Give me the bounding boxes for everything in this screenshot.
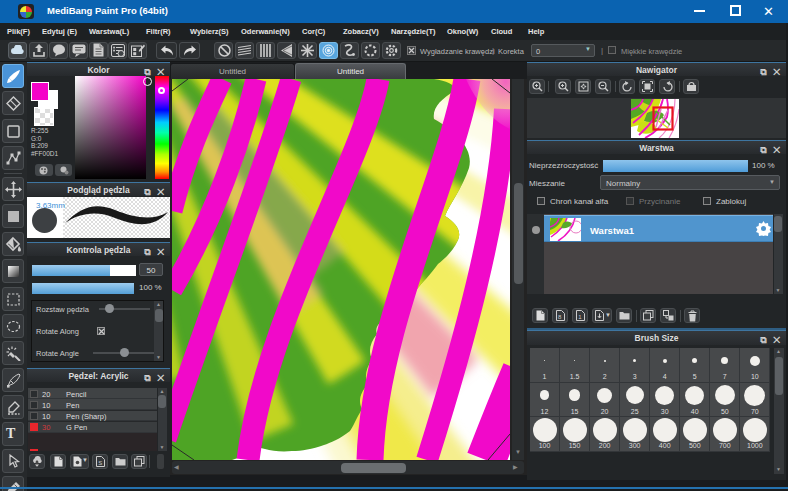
svg-text:8: 8 [558, 314, 562, 320]
svg-text:S: S [98, 460, 102, 466]
svg-text:1: 1 [578, 314, 582, 320]
